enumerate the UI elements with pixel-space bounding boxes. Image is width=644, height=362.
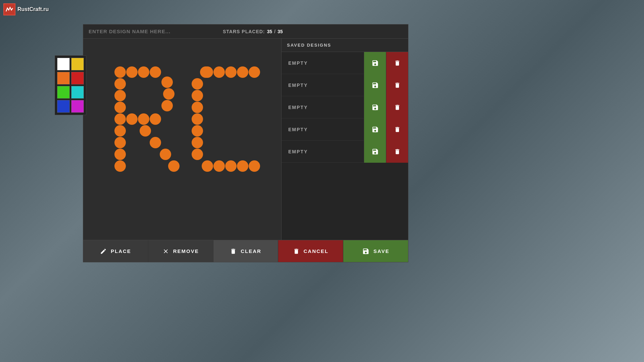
place-label: PLACE <box>111 248 131 254</box>
color-palette <box>55 55 86 115</box>
design-delete-btn-2[interactable] <box>386 74 408 96</box>
design-save-btn-3[interactable] <box>364 96 386 118</box>
design-delete-btn-5[interactable] <box>386 141 408 163</box>
color-swatch-orange[interactable] <box>57 72 70 85</box>
design-row-name-3: EMPTY <box>282 105 364 110</box>
svg-point-29 <box>192 102 203 113</box>
clear-button[interactable]: CLEAR <box>213 240 279 262</box>
design-row: EMPTY <box>282 118 408 141</box>
svg-point-2 <box>114 90 126 101</box>
svg-point-15 <box>161 76 173 88</box>
svg-point-38 <box>237 160 248 172</box>
svg-point-28 <box>192 90 203 101</box>
rc-drawing <box>83 39 281 240</box>
design-row: EMPTY <box>282 96 408 118</box>
svg-point-11 <box>150 66 161 78</box>
svg-point-17 <box>161 100 173 111</box>
svg-point-24 <box>225 66 237 78</box>
design-name-input[interactable] <box>89 29 196 34</box>
design-row: EMPTY <box>282 74 408 96</box>
remove-icon <box>162 248 169 255</box>
svg-point-36 <box>213 160 225 172</box>
saved-designs-panel: SAVED DESIGNS EMPTY EMPTY <box>281 39 408 240</box>
clear-label: CLEAR <box>241 248 261 254</box>
color-swatch-yellow[interactable] <box>71 58 84 70</box>
design-row: EMPTY <box>282 52 408 74</box>
design-save-btn-4[interactable] <box>364 118 386 141</box>
svg-point-10 <box>138 66 149 78</box>
svg-point-35 <box>202 160 213 172</box>
save-icon <box>362 248 369 255</box>
design-row-name-4: EMPTY <box>282 127 364 132</box>
color-swatch-blue[interactable] <box>57 100 70 113</box>
dialog-header: STARS PLACED: 35 / 35 <box>83 24 408 39</box>
svg-point-32 <box>192 137 203 148</box>
stars-max: 35 <box>278 29 283 34</box>
svg-point-30 <box>192 113 203 125</box>
color-swatch-white[interactable] <box>57 58 70 70</box>
design-row-name-2: EMPTY <box>282 83 364 88</box>
svg-point-27 <box>192 78 203 90</box>
svg-point-5 <box>114 125 126 137</box>
svg-point-1 <box>114 78 126 90</box>
svg-point-3 <box>114 102 126 113</box>
place-button[interactable]: PLACE <box>83 240 148 262</box>
svg-point-26 <box>249 66 260 78</box>
cancel-button[interactable]: CANCEL <box>278 240 343 262</box>
canvas-area[interactable] <box>83 39 281 240</box>
svg-point-9 <box>126 66 138 78</box>
svg-point-37 <box>225 160 237 172</box>
remove-button[interactable]: REMOVE <box>148 240 213 262</box>
design-delete-btn-1[interactable] <box>386 52 408 74</box>
logo: RustCraft.ru <box>3 3 49 15</box>
svg-point-31 <box>192 125 203 137</box>
svg-point-21 <box>168 160 180 172</box>
svg-point-25 <box>237 66 248 78</box>
svg-point-8 <box>114 160 126 172</box>
design-save-btn-5[interactable] <box>364 141 386 163</box>
clear-icon <box>230 248 237 255</box>
remove-label: REMOVE <box>173 248 199 254</box>
design-row-name-5: EMPTY <box>282 149 364 154</box>
svg-point-23 <box>213 66 225 78</box>
main-dialog: STARS PLACED: 35 / 35 <box>83 24 408 262</box>
svg-point-33 <box>192 149 203 160</box>
svg-point-39 <box>249 160 260 172</box>
dialog-footer: PLACE REMOVE CLEAR CANCEL SAVE <box>83 240 408 262</box>
color-swatch-cyan[interactable] <box>71 86 84 99</box>
design-row: EMPTY <box>282 141 408 163</box>
saved-designs-title: SAVED DESIGNS <box>282 39 408 52</box>
save-label: SAVE <box>374 248 390 254</box>
design-row-name-1: EMPTY <box>282 60 364 66</box>
design-save-btn-2[interactable] <box>364 74 386 96</box>
color-swatch-green[interactable] <box>57 86 70 99</box>
stars-placed-label: STARS PLACED: 35 / 35 <box>223 29 283 34</box>
svg-point-16 <box>163 88 175 100</box>
svg-point-19 <box>150 137 161 148</box>
design-delete-btn-3[interactable] <box>386 96 408 118</box>
svg-point-6 <box>114 137 126 148</box>
design-delete-btn-4[interactable] <box>386 118 408 141</box>
stars-separator: / <box>274 29 276 34</box>
logo-icon <box>3 3 15 15</box>
stars-current: 35 <box>267 29 273 34</box>
svg-point-7 <box>114 149 126 160</box>
cancel-icon <box>293 248 300 255</box>
svg-point-0 <box>114 66 126 78</box>
svg-point-12 <box>126 113 138 125</box>
svg-point-13 <box>138 113 149 125</box>
color-swatch-red[interactable] <box>71 72 84 85</box>
svg-point-14 <box>150 113 161 125</box>
design-save-btn-1[interactable] <box>364 52 386 74</box>
color-swatch-magenta[interactable] <box>71 100 84 113</box>
logo-text: RustCraft.ru <box>17 6 49 12</box>
pencil-icon <box>100 248 107 255</box>
save-button[interactable]: SAVE <box>343 240 408 262</box>
svg-point-34 <box>200 66 211 78</box>
svg-point-20 <box>160 149 171 160</box>
dialog-content: SAVED DESIGNS EMPTY EMPTY <box>83 39 408 240</box>
svg-point-18 <box>140 125 151 137</box>
svg-point-4 <box>114 113 126 125</box>
cancel-label: CANCEL <box>304 248 329 254</box>
